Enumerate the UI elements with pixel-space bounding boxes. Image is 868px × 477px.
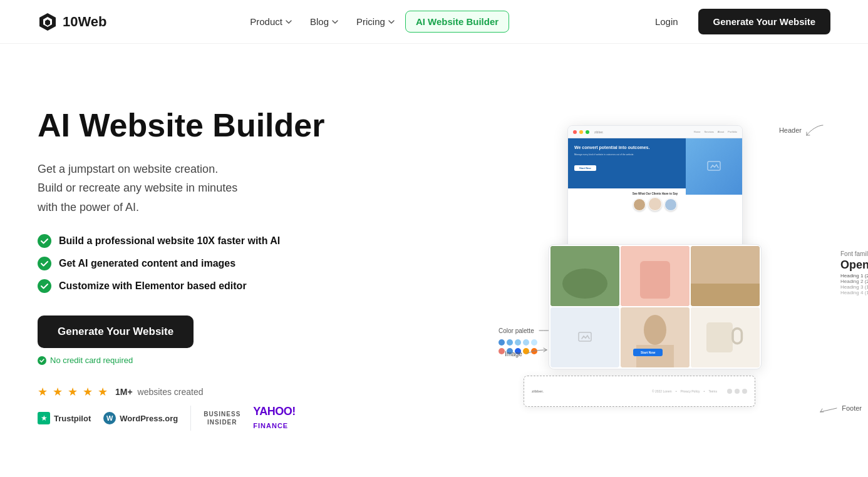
hero-features: Build a professional website 10X faster …: [38, 234, 324, 293]
footer-mockup: zibber. © 2022 Lorem • Privacy Policy • …: [524, 376, 755, 407]
svg-point-0: [38, 234, 51, 248]
star-3: ★: [68, 385, 78, 399]
footer-brand: zibber.: [532, 389, 544, 393]
check-circle-icon-2: [38, 257, 51, 270]
mockup-top-bar: zibber. Home Services About Portfolio: [568, 126, 742, 138]
hero-left: AI Website Builder Get a jumpstart on we…: [38, 107, 324, 432]
nav-logo[interactable]: 10Web: [38, 12, 107, 32]
start-now-overlay: Start Now: [633, 349, 663, 356]
svg-point-1: [38, 257, 51, 270]
svg-rect-16: [706, 322, 733, 352]
websites-count: 1M+ websites created: [115, 387, 204, 397]
nav-link-product[interactable]: Product: [242, 11, 300, 32]
stars-row: ★ ★ ★ ★ ★ 1M+ websites created: [38, 385, 324, 399]
star-1: ★: [38, 385, 48, 399]
brand-name: 10Web: [63, 14, 107, 30]
feature-2: Get AI generated content and images: [38, 257, 324, 270]
image-arrow-icon: [526, 347, 548, 360]
footer-label: Footer: [819, 402, 862, 414]
badge-row: ★ Trustpilot W WordPress.org BUSINESSINS…: [38, 405, 324, 431]
brand-logo-icon: [38, 12, 58, 32]
svg-rect-8: [640, 261, 670, 299]
check-small-icon: [38, 356, 46, 365]
mockup-start-btn: Start Now: [574, 165, 596, 171]
nav-login[interactable]: Login: [645, 11, 688, 32]
header-arrow-icon: [805, 124, 824, 136]
check-circle-icon-3: [38, 279, 51, 293]
social-proof: ★ ★ ★ ★ ★ 1M+ websites created ★ Trustpi…: [38, 385, 324, 431]
font-name: Open Sans: [840, 259, 868, 272]
wordpress-badge: W WordPress.org: [103, 412, 178, 424]
feature-3: Customize with Elementor based editor: [38, 279, 324, 293]
svg-point-3: [38, 356, 46, 365]
mockup-hero-title: We convert potential into outcomes.: [574, 145, 664, 151]
chevron-down-icon: [285, 18, 292, 26]
font-family-label: Font family Open Sans Heading 1 (28px) H…: [840, 250, 868, 295]
hero-subtitle: Get a jumpstart on website creation. Bui…: [38, 160, 324, 217]
no-credit-card-note: No credit card required: [38, 356, 324, 365]
wordpress-icon: W: [103, 412, 116, 424]
trustpilot-label: Trustpilot: [54, 414, 91, 423]
wordpress-label: WordPress.org: [120, 414, 178, 423]
press-section: BUSINESSINSIDER YAHOO!FINANCE: [204, 405, 295, 431]
nav-right: Login Generate Your Website: [645, 9, 830, 34]
header-label: Header: [779, 124, 824, 136]
yahoo-finance-logo: YAHOO!FINANCE: [253, 405, 295, 431]
hero-cta-button[interactable]: Generate Your Website: [38, 315, 194, 348]
nav-link-pricing[interactable]: Pricing: [349, 11, 403, 32]
star-5: ★: [98, 385, 108, 399]
nav-generate-button[interactable]: Generate Your Website: [698, 9, 830, 34]
svg-point-6: [562, 269, 607, 299]
star-4: ★: [83, 385, 93, 399]
image-label: Image: [505, 347, 548, 360]
trustpilot-badge: ★ Trustpilot: [38, 412, 91, 424]
check-circle-icon-1: [38, 234, 51, 248]
illustration-container: Header zibber. Home Services About Portf…: [517, 119, 830, 419]
business-insider-logo: BUSINESSINSIDER: [204, 410, 240, 426]
nav-ai-builder[interactable]: AI Website Builder: [405, 11, 509, 33]
chevron-down-icon-3: [388, 18, 395, 26]
mockup-brand-name: zibber.: [594, 130, 604, 134]
footer-arrow-icon: [819, 402, 838, 414]
vertical-divider: [190, 406, 191, 431]
trustpilot-icon: ★: [38, 412, 50, 424]
svg-rect-10: [691, 284, 760, 306]
star-2: ★: [53, 385, 63, 399]
nav-link-blog[interactable]: Blog: [302, 11, 346, 32]
hero-title: AI Website Builder: [38, 107, 324, 145]
svg-point-2: [38, 279, 51, 293]
svg-point-13: [644, 315, 666, 345]
navbar: 10Web Product Blog Pricing AI Website Bu…: [0, 0, 868, 44]
mockup-hero-sub: Manage every kind of website in outcomes…: [574, 153, 664, 156]
feature-1: Build a professional website 10X faster …: [38, 234, 324, 248]
chevron-down-icon-2: [331, 18, 339, 26]
hero-illustration: Header zibber. Home Services About Portf…: [324, 113, 830, 426]
hero-section: AI Website Builder Get a jumpstart on we…: [0, 44, 868, 477]
nav-links: Product Blog Pricing AI Website Builder: [242, 11, 509, 33]
